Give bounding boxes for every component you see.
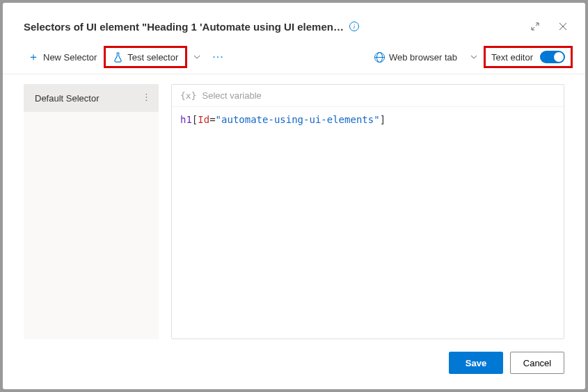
text-editor-toggle[interactable] [540,51,565,63]
title-bar: Selectors of UI element "Heading 1 'Auto… [3,3,585,44]
close-icon[interactable] [552,15,574,38]
selector-item-label: Default Selector [35,93,100,104]
web-browser-tab-button[interactable]: Web browser tab [367,46,464,68]
selector-list: Default Selector ··· [24,84,159,339]
chevron-down-icon [193,55,200,59]
web-browser-tab-label: Web browser tab [389,52,457,63]
selector-dialog: Selectors of UI element "Heading 1 'Auto… [3,3,585,389]
globe-icon [374,52,385,63]
new-selector-button[interactable]: ＋ New Selector [21,46,104,68]
new-selector-label: New Selector [43,52,97,63]
selector-list-item[interactable]: Default Selector ··· [24,84,159,112]
dialog-footer: Save Cancel [3,343,585,389]
selector-code-input[interactable]: h1[Id="automate-using-ui-elements"] [172,107,564,338]
chevron-down-icon [470,55,477,59]
dialog-title: Selectors of UI element "Heading 1 'Auto… [24,21,344,33]
select-variable-button[interactable]: {x} Select variable [172,85,564,107]
cancel-button[interactable]: Cancel [510,352,564,374]
expand-icon[interactable] [524,15,546,38]
save-button[interactable]: Save [449,352,503,374]
toolbar: ＋ New Selector Test selector ··· Web bro… [3,44,585,74]
text-editor-toggle-group: Text editor [484,46,573,68]
selector-item-menu-icon[interactable]: ··· [142,93,152,102]
variable-icon: {x} [180,90,196,101]
test-selector-button[interactable]: Test selector [104,46,187,68]
info-icon[interactable]: i [349,22,359,31]
text-editor-label: Text editor [491,52,533,63]
test-selector-chevron[interactable] [187,46,207,68]
plus-icon: ＋ [28,51,39,63]
test-selector-label: Test selector [127,52,178,63]
web-browser-tab-chevron[interactable] [464,46,484,68]
editor-panel: {x} Select variable h1[Id="automate-usin… [171,84,564,339]
body-area: Default Selector ··· {x} Select variable… [3,74,585,343]
more-actions-button[interactable]: ··· [207,51,229,63]
flask-icon [113,52,123,63]
select-variable-label: Select variable [202,90,261,101]
